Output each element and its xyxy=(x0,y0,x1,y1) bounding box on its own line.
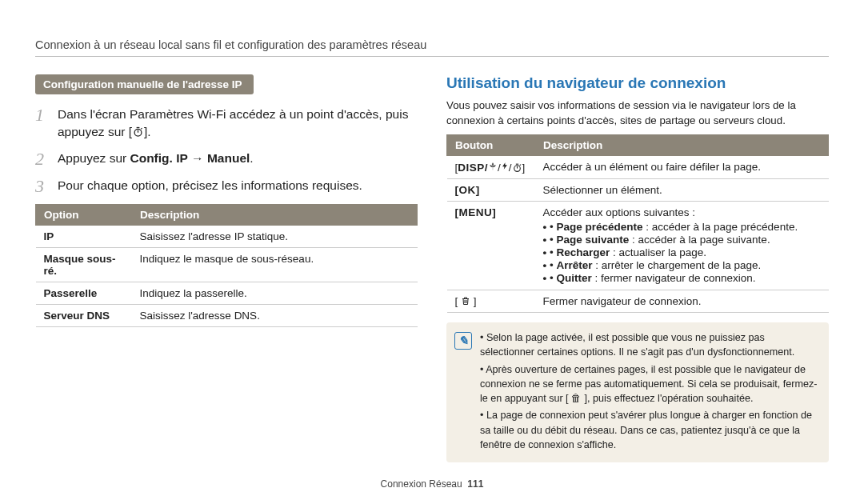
note-icon: ✎ xyxy=(454,332,472,350)
th-description: Description xyxy=(535,135,829,156)
flash-icon xyxy=(501,161,509,174)
table-row: [MENU] Accéder aux options suivantes : •… xyxy=(447,202,829,290)
step-1: 1 Dans l'écran Paramètres Wi-Fi accédez … xyxy=(35,106,418,142)
desc-cell: Fermer navigateur de connexion. xyxy=(535,290,829,313)
svg-line-3 xyxy=(141,129,142,130)
menu-option: • Recharger : actualiser la page. xyxy=(543,246,821,258)
btn-cell: [MENU] xyxy=(447,202,535,290)
menu-option: • Arrêter : arrêter le chargement de la … xyxy=(543,259,821,271)
table-row: Passerelle Indiquez la passerelle. xyxy=(36,282,418,305)
menu-desc-head: Accéder aux options suivantes : xyxy=(543,206,821,218)
svg-line-7 xyxy=(519,165,520,166)
step-text: Pour chaque option, précisez les informa… xyxy=(58,177,362,194)
desc-cell: Sélectionner un élément. xyxy=(535,179,829,202)
opt-bold: Page suivante xyxy=(556,234,629,246)
table-row: [OK] Sélectionner un élément. xyxy=(447,179,829,202)
step-number: 2 xyxy=(35,150,58,169)
step-2: 2 Appuyez sur Config. IP → Manuel. xyxy=(35,150,418,169)
bracket-close: ] xyxy=(522,162,526,174)
disp-key: DISP/ xyxy=(458,162,488,174)
left-column: Configuration manuelle de l'adresse IP 1… xyxy=(35,74,418,462)
step-3: 3 Pour chaque option, précisez les infor… xyxy=(35,177,418,196)
table-row: Serveur DNS Saisissez l'adresse DNS. xyxy=(36,305,418,327)
page-footer: Connexion Réseau 111 xyxy=(0,478,864,490)
ok-key: [OK] xyxy=(455,184,480,196)
config-ip-label: Config. IP xyxy=(130,151,187,165)
right-intro: Vous pouvez saisir vos informations de s… xyxy=(446,98,829,128)
opt-bold: Page précédente xyxy=(556,221,642,233)
table-row: [DISP///] Accéder à un élément ou faire … xyxy=(447,156,829,179)
opt-text: : arrêter le chargement de la page. xyxy=(593,259,762,271)
opt-bold: Quitter xyxy=(556,272,591,284)
opt-name: Serveur DNS xyxy=(36,305,132,327)
note-item: Selon la page activée, il est possible q… xyxy=(480,330,818,360)
th-option: Option xyxy=(36,205,132,226)
step-text: Appuyez sur Config. IP → Manuel. xyxy=(58,150,254,167)
step2-a: Appuyez sur xyxy=(58,151,130,165)
footer-label: Connexion Réseau xyxy=(381,478,462,490)
self-timer-icon xyxy=(512,162,522,174)
btn-cell: [OK] xyxy=(447,179,535,202)
opt-bold: Arrêter xyxy=(556,259,592,271)
right-column: Utilisation du navigateur de connexion V… xyxy=(446,74,829,462)
opt-text: : accéder à la page suivante. xyxy=(629,234,770,246)
opt-desc: Saisissez l'adresse IP statique. xyxy=(132,226,418,248)
menu-option: • Quitter : fermer navigateur de connexi… xyxy=(543,272,821,284)
btn-cell: [DISP///] xyxy=(447,156,535,179)
table-row: [ ] Fermer navigateur de connexion. xyxy=(447,290,829,313)
page-number: 111 xyxy=(467,478,483,490)
opt-name: IP xyxy=(36,226,132,248)
opt-text: : accéder à la page précédente. xyxy=(643,221,798,233)
th-description: Description xyxy=(132,205,418,226)
options-table: Option Description IP Saisissez l'adress… xyxy=(35,204,418,327)
opt-desc: Indiquez le masque de sous-réseau. xyxy=(132,248,418,282)
opt-name: Masque sous-ré. xyxy=(36,248,132,282)
table-row: Masque sous-ré. Indiquez le masque de so… xyxy=(36,248,418,282)
opt-text: : actualiser la page. xyxy=(610,246,706,258)
step2-c: → xyxy=(188,151,207,165)
self-timer-icon xyxy=(132,123,144,141)
note-icon-glyph: ✎ xyxy=(458,334,469,348)
note-item: La page de connexion peut s'avérer plus … xyxy=(480,408,818,452)
btn-cell: [ ] xyxy=(447,290,535,313)
opt-text: : fermer navigateur de connexion. xyxy=(592,272,756,284)
breadcrumb: Connexion à un réseau local sans fil et … xyxy=(35,38,829,57)
menu-option: • Page précédente : accéder à la page pr… xyxy=(543,221,821,233)
desc-cell: Accéder à un élément ou faire défiler la… xyxy=(535,156,829,179)
note-item: Après ouverture de certaines pages, il e… xyxy=(480,362,818,406)
step-number: 3 xyxy=(35,177,58,196)
manuel-label: Manuel xyxy=(207,151,250,165)
desc-cell: Accéder aux options suivantes : • Page p… xyxy=(535,202,829,290)
step-number: 1 xyxy=(35,106,58,125)
note-box: ✎ Selon la page activée, il est possible… xyxy=(446,322,829,462)
table-row: IP Saisissez l'adresse IP statique. xyxy=(36,226,418,248)
menu-option: • Page suivante : accéder à la page suiv… xyxy=(543,234,821,246)
section-label-manual-ip: Configuration manuelle de l'adresse IP xyxy=(35,74,254,94)
th-button: Bouton xyxy=(447,135,535,156)
step1-text-a: Dans l'écran Paramètres Wi-Fi accédez à … xyxy=(58,107,408,138)
menu-key: [MENU] xyxy=(455,206,497,218)
opt-desc: Indiquez la passerelle. xyxy=(132,282,418,305)
right-heading: Utilisation du navigateur de connexion xyxy=(446,74,829,92)
trash-icon xyxy=(461,295,470,307)
macro-flower-icon xyxy=(488,162,498,174)
step2-e: . xyxy=(250,151,253,165)
opt-name: Passerelle xyxy=(36,282,132,305)
opt-bold: Recharger xyxy=(556,246,610,258)
buttons-table: Bouton Description [DISP///] Accéder à u… xyxy=(446,134,829,313)
step-text: Dans l'écran Paramètres Wi-Fi accédez à … xyxy=(58,106,418,142)
opt-desc: Saisissez l'adresse DNS. xyxy=(132,305,418,327)
step1-text-c: ]. xyxy=(144,125,151,138)
